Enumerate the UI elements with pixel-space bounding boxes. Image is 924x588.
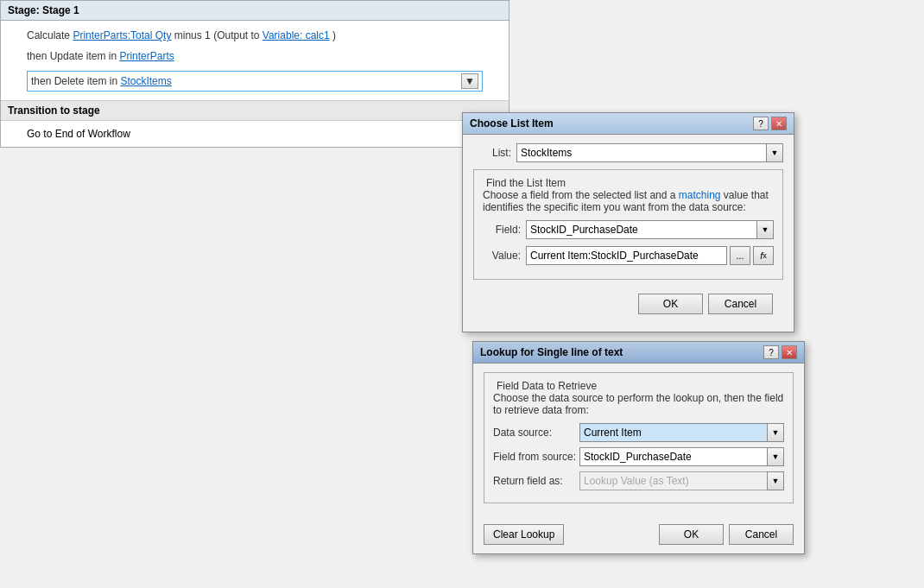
stage-content: Calculate PrinterParts:Total Qty minus 1… [1, 21, 509, 100]
value-fx-btn[interactable]: fx [753, 246, 774, 265]
goto-prefix: Go to [27, 128, 55, 140]
lookup-ok-btn[interactable]: OK [659, 524, 724, 545]
stage-header: Stage: Stage 1 [1, 1, 509, 21]
field-select-wrapper: StockID_PurchaseDate ▼ [526, 220, 774, 239]
lookup-titlebar-btns: ? ✕ [763, 345, 797, 359]
find-list-fieldset: Find the List Item Choose a field from t… [473, 169, 783, 280]
lookup-title: Lookup for Single line of text [480, 346, 623, 358]
value-ellipsis-btn[interactable]: ... [730, 246, 750, 265]
choose-list-footer: OK Cancel [473, 288, 783, 323]
end-of-workflow-link[interactable]: End of Workflow [55, 128, 130, 140]
choose-list-title: Choose List Item [470, 117, 554, 130]
choose-list-cancel-btn[interactable]: Cancel [708, 294, 773, 314]
datasource-select[interactable]: Current Item [579, 423, 784, 442]
choose-list-body: List: StockItems ▼ Find the List Item Ch… [463, 135, 794, 332]
delete-line: then Delete item in StockItems ▼ [27, 71, 483, 92]
dropdown-arrow-icon: ▼ [465, 75, 475, 87]
transition-content: Go to End of Workflow [1, 121, 509, 147]
datasource-select-wrapper: Current Item ▼ [579, 423, 784, 442]
delete-dropdown-btn[interactable]: ▼ [461, 73, 478, 89]
lookup-dialog: Lookup for Single line of text ? ✕ Field… [472, 341, 805, 554]
fieldfrom-row: Field from source: StockID_PurchaseDate … [493, 447, 784, 466]
line1-close: ) [330, 29, 336, 41]
fieldfrom-label: Field from source: [493, 451, 579, 463]
lookup-footer: Clear Lookup OK Cancel [473, 521, 804, 553]
transition-header-text: Transition to stage [8, 104, 100, 117]
printer-parts-link[interactable]: PrinterParts [119, 50, 174, 62]
returnfield-row: Return field as: Lookup Value (as Text) … [493, 471, 784, 490]
returnfield-select: Lookup Value (as Text) [579, 471, 784, 490]
line1-num: 1 [205, 29, 211, 41]
lookup-desc: Choose the data source to perform the lo… [493, 392, 784, 416]
lookup-body: Field Data to Retrieve Choose the data s… [473, 364, 804, 521]
stage-header-text: Stage: Stage 1 [8, 4, 79, 16]
main-panel: Stage: Stage 1 Calculate PrinterParts:To… [0, 0, 509, 148]
choose-list-close-btn[interactable]: ✕ [771, 117, 787, 130]
value-label: Value: [483, 250, 526, 262]
list-row: List: StockItems ▼ [473, 143, 783, 162]
stock-items-link[interactable]: StockItems [120, 75, 171, 87]
datasource-label: Data source: [493, 427, 579, 439]
choose-list-help-btn[interactable]: ? [753, 117, 769, 130]
lookup-cancel-btn[interactable]: Cancel [729, 524, 794, 545]
lookup-footer-right: OK Cancel [659, 524, 794, 545]
lookup-help-btn[interactable]: ? [763, 345, 779, 359]
find-list-desc: Choose a field from the selected list an… [483, 189, 774, 213]
calc1-var-link[interactable]: Variable: calc1 [263, 29, 330, 41]
datasource-row: Data source: Current Item ▼ [493, 423, 784, 442]
returnfield-select-wrapper: Lookup Value (as Text) ▼ [579, 471, 784, 490]
lookup-close-btn[interactable]: ✕ [782, 345, 797, 359]
find-list-legend: Find the List Item [483, 177, 569, 189]
choose-list-ok-btn[interactable]: OK [638, 294, 703, 314]
stage-line-1: Calculate PrinterParts:Total Qty minus 1… [27, 29, 483, 41]
matching-highlight: matching [679, 189, 721, 201]
returnfield-label: Return field as: [493, 475, 579, 487]
lookup-fieldset: Field Data to Retrieve Choose the data s… [484, 372, 794, 503]
close-icon: ✕ [775, 119, 782, 129]
lookup-titlebar: Lookup for Single line of text ? ✕ [473, 342, 804, 364]
value-input[interactable] [526, 246, 727, 265]
field-label: Field: [483, 224, 526, 236]
lookup-help-icon: ? [769, 348, 774, 357]
field-row: Field: StockID_PurchaseDate ▼ [483, 220, 774, 239]
help-icon: ? [758, 119, 763, 129]
stage-line-2: then Update item in PrinterParts [27, 50, 483, 62]
line1-output: (Output to [211, 29, 263, 41]
field-select[interactable]: StockID_PurchaseDate [526, 220, 774, 239]
value-row: Value: ... fx [483, 246, 774, 265]
lookup-legend: Field Data to Retrieve [493, 380, 600, 392]
line1-prefix: Calculate [27, 29, 73, 41]
line1-minus: minus [171, 29, 205, 41]
line2-prefix: then Update item in [27, 50, 119, 62]
list-select-wrapper: StockItems ▼ [516, 143, 783, 162]
delete-line-text: then Delete item in StockItems [31, 75, 458, 87]
list-label: List: [473, 147, 516, 159]
fieldfrom-select[interactable]: StockID_PurchaseDate [579, 447, 784, 466]
choose-list-titlebar: Choose List Item ? ✕ [463, 113, 794, 135]
choose-list-dialog: Choose List Item ? ✕ List: StockItems ▼ … [462, 112, 794, 332]
choose-list-titlebar-btns: ? ✕ [753, 117, 787, 130]
list-select[interactable]: StockItems [516, 143, 783, 162]
fieldfrom-select-wrapper: StockID_PurchaseDate ▼ [579, 447, 784, 466]
transition-header: Transition to stage [1, 100, 509, 121]
clear-lookup-btn[interactable]: Clear Lookup [484, 524, 564, 545]
lookup-close-icon: ✕ [786, 348, 793, 357]
printer-parts-qty-link[interactable]: PrinterParts:Total Qty [73, 29, 171, 41]
value-input-row: ... fx [526, 246, 774, 265]
